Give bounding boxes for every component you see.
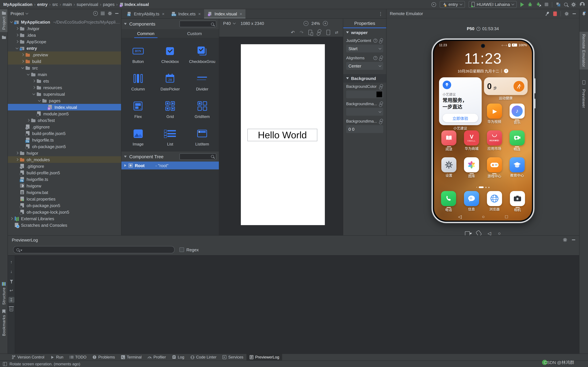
toolbar-version-control[interactable]: Version Control [9, 354, 47, 360]
tree-item[interactable]: oh-package-lock.json5 [8, 209, 121, 215]
locate-icon[interactable] [431, 2, 436, 7]
device-preview-icon[interactable] [308, 30, 312, 35]
link-icon[interactable] [378, 118, 384, 124]
background-color-input[interactable] [346, 91, 383, 98]
tree-item[interactable]: hvigor [8, 150, 121, 156]
tree-item[interactable]: .gitignore [8, 163, 121, 169]
toolbar-terminal[interactable]: Terminal [118, 354, 145, 360]
tree-item[interactable]: hvigorw.bat [8, 189, 121, 196]
breadcrumb-supervisual[interactable]: supervisual [77, 2, 98, 7]
link-icon[interactable] [378, 38, 384, 44]
component-grid[interactable]: Grid [154, 96, 186, 124]
breadcrumb-file[interactable]: Index.visual [124, 2, 149, 7]
link-icon[interactable] [378, 55, 384, 61]
redo-icon[interactable]: ↷ [300, 30, 303, 35]
stop-emulator-icon[interactable] [553, 11, 557, 16]
app-messages[interactable]: 信息 [464, 191, 479, 212]
help-icon[interactable] [373, 39, 377, 43]
component-checkboxgroup[interactable]: CheckboxGrou [186, 41, 218, 68]
toolbar-profiler[interactable]: Profiler [145, 354, 169, 360]
layout-icon[interactable] [3, 362, 7, 366]
stop-button[interactable] [545, 3, 548, 6]
tree-item[interactable]: .idea [8, 32, 121, 38]
expand-icon[interactable] [124, 164, 126, 167]
toolbar-run[interactable]: Run [47, 354, 66, 360]
tab-options-icon[interactable] [375, 9, 386, 18]
sidebar-tab-remote-emulator[interactable]: Remote Emulator [579, 32, 588, 69]
sidebar-device-icon[interactable] [579, 78, 588, 87]
component-griditem[interactable]: GridItem [186, 96, 218, 124]
tree-item[interactable]: oh_modules [8, 156, 121, 163]
app-camera[interactable]: 相机 [510, 191, 525, 212]
component-checkbox[interactable]: Checkbox [154, 41, 186, 68]
hide-panel-icon[interactable] [573, 13, 576, 14]
tree-item[interactable]: supervisual [8, 91, 121, 97]
tree-item[interactable]: ets [8, 78, 121, 84]
background-image-position-input[interactable]: 0 0 [346, 125, 383, 133]
nav-back-icon[interactable]: ◁ [458, 214, 462, 219]
selected-text-component[interactable]: Hello World [247, 129, 317, 141]
expand-collapse-icon[interactable] [101, 12, 105, 15]
link-sync-icon[interactable] [316, 29, 322, 35]
sidebar-tab-structure[interactable]: Structure [0, 280, 8, 307]
tree-item[interactable]: build-profile.json5 [8, 169, 121, 176]
device-profile-select[interactable]: P40 [223, 21, 231, 26]
run-configuration-select[interactable]: entry [440, 1, 465, 8]
tab-custom[interactable]: Custom [170, 29, 219, 38]
color-swatch[interactable] [376, 92, 382, 97]
tree-item[interactable]: src [8, 65, 121, 71]
search-history-caret[interactable] [20, 250, 22, 251]
background-image-select[interactable] [346, 108, 383, 116]
nav-recents-icon[interactable]: □ [505, 214, 508, 219]
undo-icon[interactable]: ↶ [291, 30, 295, 35]
toolbar-previewer-log[interactable]: PreviewerLog [246, 354, 282, 360]
component-divider[interactable]: Divider [186, 68, 218, 96]
tree-item[interactable]: local.properties [8, 196, 121, 202]
tree-item[interactable]: MyApplication~/DevEcoStudioProjects/MyAp… [8, 19, 121, 25]
sidebar-tab-previewer[interactable]: Previewer [579, 87, 588, 110]
phone-device[interactable]: 11:23 ‹···› 100% 11:23 10月26日星期四 九月十二 ! [432, 39, 534, 223]
tree-item[interactable]: Scratches and Consoles [8, 222, 121, 228]
breadcrumb-pages[interactable]: pages [103, 2, 114, 7]
run-button[interactable] [520, 2, 524, 7]
component-button[interactable]: BTNButton [122, 41, 154, 68]
locate-file-icon[interactable] [93, 11, 98, 16]
app-reader[interactable]: 阅读 [438, 130, 459, 157]
log-settings-gear-icon[interactable] [563, 238, 567, 242]
device-select[interactable]: HUAWEI Lahaina [468, 1, 517, 8]
rotate-screen-icon[interactable] [465, 231, 470, 235]
breadcrumb-src[interactable]: src [52, 2, 58, 7]
zoom-in-button[interactable]: + [323, 21, 328, 26]
component-list[interactable]: List [154, 124, 186, 151]
toolbar-log[interactable]: Log [169, 354, 187, 360]
log-search-input[interactable] [13, 246, 174, 253]
regex-checkbox[interactable]: Regex [180, 247, 199, 252]
tree-item[interactable]: oh-package.json5 [8, 143, 121, 150]
components-search-input[interactable] [180, 21, 216, 27]
component-column[interactable]: Column [122, 68, 154, 96]
component-flex[interactable]: Flex [122, 96, 154, 124]
component-datepicker[interactable]: 28DatePicker [154, 68, 186, 96]
toolbar-code-linter[interactable]: Code Linter [187, 354, 219, 360]
profile-avatar[interactable] [580, 2, 585, 7]
nav-home-icon[interactable]: ○ [482, 214, 485, 219]
celia-try-button[interactable]: 立即体验 [443, 114, 478, 122]
toolbar-todo[interactable]: TODO [66, 354, 89, 360]
artboard[interactable]: Hello World [241, 44, 325, 225]
scroll-down-icon[interactable]: ↓ [8, 268, 14, 274]
tree-item[interactable]: External Libraries [8, 215, 121, 222]
phone-screen[interactable]: 11:23 ‹···› 100% 11:23 10月26日星期四 九月十二 ! [434, 41, 532, 221]
notifications-bell-icon[interactable] [581, 11, 586, 16]
chevron-down-icon[interactable] [26, 12, 28, 14]
help-icon[interactable] [373, 56, 377, 60]
toolbar-services[interactable]: Services [219, 354, 246, 360]
collapse-icon[interactable] [124, 23, 127, 25]
app-edu-center[interactable]: 教育中心 [507, 157, 528, 184]
swap-orientation-icon[interactable]: ⇄ [335, 30, 338, 34]
clear-log-icon[interactable] [8, 306, 14, 312]
sidebar-tab-bookmarks[interactable]: Bookmarks [0, 307, 8, 339]
soft-wrap-icon[interactable]: ↩ [8, 287, 14, 293]
app-settings[interactable]: 设置 [438, 157, 459, 184]
justify-content-select[interactable]: Start [346, 45, 383, 52]
profiler-icon[interactable] [556, 2, 561, 7]
